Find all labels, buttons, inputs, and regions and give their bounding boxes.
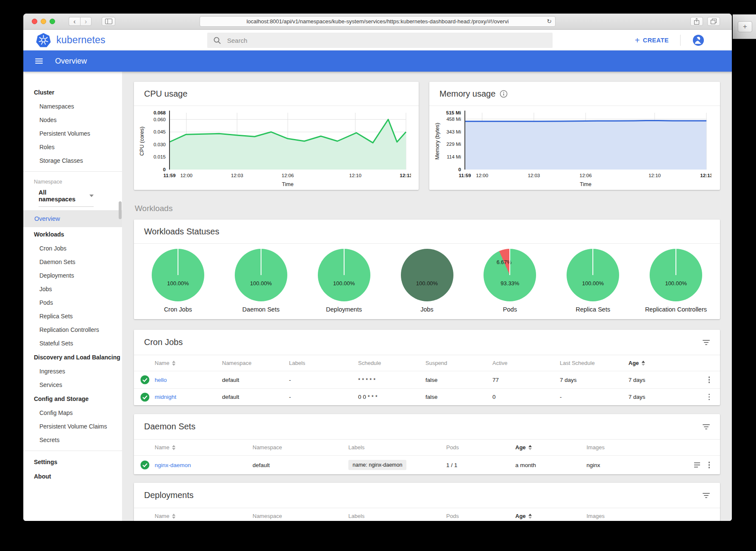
workload-status-pie: 100.00%Replica Sets [551,249,634,313]
daemon-sets-title: Daemon Sets [144,422,195,431]
sort-icon [172,445,175,450]
info-icon[interactable] [500,90,508,98]
svg-text:0.030: 0.030 [153,142,166,147]
address-bar[interactable]: localhost:8001/api/v1/namespaces/kube-sy… [200,16,556,27]
main-content: CPU usage 00.0150.0300.0450.0600.06811:5… [122,72,732,521]
sidebar-item-namespaces[interactable]: Namespaces [23,100,122,113]
pie-category-label: Replica Sets [576,306,610,313]
sidebar-item-roles[interactable]: Roles [23,140,122,154]
svg-text:Memory (bytes): Memory (bytes) [434,123,440,160]
sidebar-item-persistent-volumes[interactable]: Persistent Volumes [23,127,122,140]
sidebar-item-secrets[interactable]: Secrets [23,433,122,447]
column-header-namespace[interactable]: Namespace [222,360,289,366]
filter-icon[interactable] [703,493,710,498]
pie-chart: 100.00% [650,249,702,301]
table-row: midnight default - 0 0 * * * false 0 - 7… [134,388,720,405]
table-row: nginx-daemon default name: nginx-daemon … [134,456,720,474]
background-new-tab-button[interactable]: + [738,21,752,32]
column-header-labels[interactable]: Labels [348,513,446,519]
column-header-age[interactable]: Age [515,513,586,519]
sidebar-item-nodes[interactable]: Nodes [23,113,122,127]
column-header-age[interactable]: Age [515,444,586,451]
column-header-name[interactable]: Name [134,360,222,366]
back-button[interactable]: ‹ [69,17,80,26]
workloads-statuses-title: Workloads Statuses [144,227,220,237]
sidebar-item-persistent-volume-claims[interactable]: Persistent Volume Claims [23,420,122,433]
sidebar-item-overview[interactable]: Overview [23,210,122,227]
column-header-labels[interactable]: Labels [289,360,358,366]
zoom-window-button[interactable] [50,19,55,24]
column-header-last-schedule[interactable]: Last Schedule [560,360,628,366]
sidebar-item-pods[interactable]: Pods [23,296,122,309]
workload-status-pie: 100.00%Deployments [303,249,386,313]
namespace-label: Namespace [23,175,122,186]
sidebar-toggle-icon [105,19,112,24]
sidebar-item-daemon-sets[interactable]: Daemon Sets [23,255,122,269]
cron-job-link[interactable]: hello [155,377,167,383]
column-header-suspend[interactable]: Suspend [425,360,492,366]
sidebar-item-replication-controllers[interactable]: Replication Controllers [23,323,122,337]
column-header-active[interactable]: Active [492,360,560,366]
column-header-images[interactable]: Images [586,444,678,451]
column-header-pods[interactable]: Pods [446,444,515,451]
sidebar-item-storage-classes[interactable]: Storage Classes [23,154,122,167]
kebab-menu-icon[interactable] [709,394,710,401]
workloads-statuses-card: Workloads Statuses 100.00%Cron Jobs100.0… [134,220,720,319]
column-header-pods[interactable]: Pods [446,513,515,519]
share-button[interactable] [690,17,703,26]
sidebar-item-jobs[interactable]: Jobs [23,282,122,296]
column-header-images[interactable]: Images [586,513,678,519]
column-header-name[interactable]: Name [134,444,253,451]
sidebar-item-config-maps[interactable]: Config Maps [23,406,122,420]
column-header-age[interactable]: Age [628,360,695,366]
person-slash-icon[interactable] [692,34,705,47]
logs-icon[interactable] [694,462,700,468]
daemon-set-link[interactable]: nginx-daemon [155,462,191,468]
filter-icon[interactable] [703,340,710,345]
cron-job-link[interactable]: midnight [155,394,176,400]
forward-button[interactable]: › [80,17,92,26]
search-input[interactable] [226,36,523,45]
sidebar-toggle-button[interactable] [102,17,115,26]
close-window-button[interactable] [32,19,37,24]
kubernetes-brand[interactable]: kubernetes [36,33,106,47]
url-text: localhost:8001/api/v1/namespaces/kube-sy… [247,18,509,25]
pie-category-label: Deployments [326,306,362,313]
sidebar-item-deployments[interactable]: Deployments [23,269,122,282]
sidebar-item-about[interactable]: About [23,469,122,484]
pie-tick [675,249,676,275]
column-header-schedule[interactable]: Schedule [358,360,425,366]
filter-icon[interactable] [703,424,710,429]
pie-tick [178,249,178,275]
column-header-name[interactable]: Name [134,513,253,519]
sidebar-item-ingresses[interactable]: Ingresses [23,365,122,378]
column-header-namespace[interactable]: Namespace [253,513,348,519]
check-circle-icon [140,375,150,384]
pie-chart: 100.00% [567,249,619,301]
minimize-window-button[interactable] [41,19,46,24]
cron-jobs-card: Cron Jobs Name Namespace Labels Schedule… [134,330,720,405]
svg-text:0.045: 0.045 [153,129,166,134]
search-bar[interactable] [207,33,553,48]
sidebar-item-stateful-sets[interactable]: Stateful Sets [23,337,122,350]
column-header-labels[interactable]: Labels [348,444,446,451]
sidebar-section-config-storage: Config and Storage [23,392,122,406]
namespace-select[interactable]: All namespaces [39,189,94,207]
sidebar-item-services[interactable]: Services [23,378,122,392]
pie-percent-label: 100.00% [235,280,287,287]
svg-text:Time: Time [580,181,591,187]
sidebar-item-replica-sets[interactable]: Replica Sets [23,309,122,323]
brand-wordmark: kubernetes [56,34,106,46]
hamburger-menu-icon[interactable] [35,58,43,64]
sidebar-item-settings[interactable]: Settings [23,455,122,469]
kebab-menu-icon[interactable] [709,376,710,383]
sidebar-item-cron-jobs[interactable]: Cron Jobs [23,242,122,255]
kebab-menu-icon[interactable] [709,462,710,468]
pie-category-label: Jobs [420,306,434,313]
column-header-namespace[interactable]: Namespace [253,444,348,451]
reload-icon[interactable]: ↻ [547,18,552,25]
sidebar-scrollbar[interactable] [119,201,122,219]
create-button[interactable]: + CREATE [635,36,669,45]
app-bar: Overview [23,50,732,72]
show-tabs-button[interactable] [707,17,720,26]
